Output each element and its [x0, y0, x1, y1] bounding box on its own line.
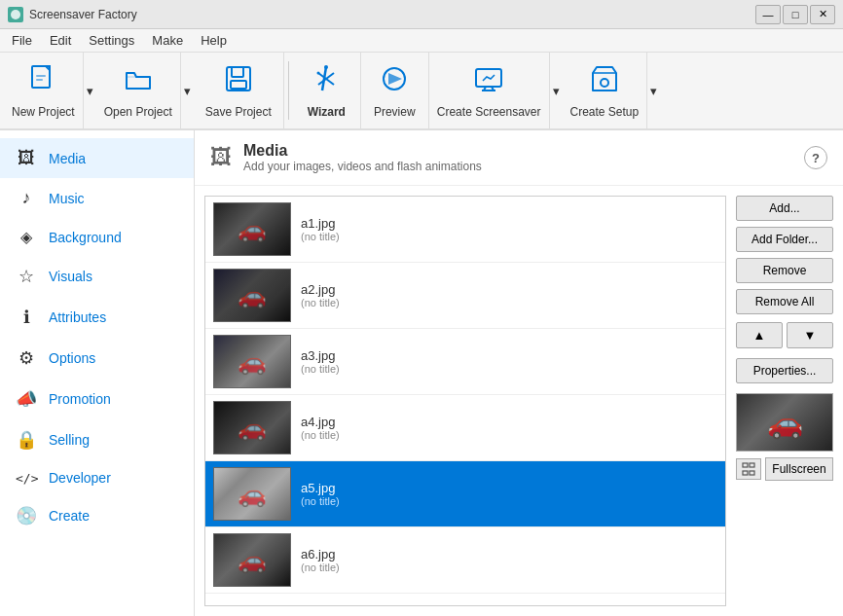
- help-button[interactable]: ?: [804, 146, 827, 169]
- media-thumb-1: [213, 202, 291, 256]
- sidebar-label-selling: Selling: [49, 432, 90, 448]
- create-screensaver-dropdown[interactable]: ▾: [549, 53, 563, 128]
- sidebar-item-background[interactable]: ◈ Background: [0, 218, 194, 256]
- sidebar-item-promotion[interactable]: 📣 Promotion: [0, 379, 194, 419]
- sidebar-label-attributes: Attributes: [49, 309, 106, 325]
- sidebar-label-developer: Developer: [49, 470, 111, 486]
- sidebar-label-background: Background: [49, 230, 122, 245]
- move-up-button[interactable]: ▲: [736, 322, 783, 348]
- media-list-wrapper: a1.jpg (no title) a2.jpg (no title): [204, 196, 726, 606]
- move-down-button[interactable]: ▼: [787, 322, 833, 348]
- content-header-subtitle: Add your images, videos and flash animat…: [243, 160, 482, 173]
- media-item-selected[interactable]: a5.jpg (no title): [205, 461, 725, 527]
- svg-point-0: [11, 10, 20, 19]
- preview-label: Preview: [374, 105, 416, 119]
- media-item-name-6: a6.jpg: [301, 547, 340, 562]
- properties-button[interactable]: Properties...: [736, 358, 833, 383]
- window-title: Screensaver Factory: [29, 8, 137, 21]
- create-setup-btn-group: Create Setup ▾: [563, 53, 661, 128]
- sidebar: 🖼 Media ♪ Music ◈ Background ☆ Visuals ℹ…: [0, 130, 195, 616]
- media-item-info-1: a1.jpg (no title): [301, 216, 340, 242]
- minimize-button[interactable]: —: [755, 5, 781, 24]
- visuals-icon: ☆: [16, 266, 37, 287]
- wizard-icon: [311, 63, 342, 101]
- save-project-label: Save Project: [205, 105, 272, 119]
- media-item-subtitle-6: (no title): [301, 562, 340, 573]
- move-buttons: ▲ ▼: [736, 322, 833, 348]
- open-project-label: Open Project: [104, 105, 172, 119]
- wizard-button[interactable]: Wizard: [293, 53, 361, 128]
- create-screensaver-button[interactable]: Create Screensaver: [429, 53, 549, 128]
- create-setup-dropdown[interactable]: ▾: [646, 53, 660, 128]
- create-icon: 💿: [16, 505, 37, 526]
- create-setup-button[interactable]: Create Setup: [563, 53, 647, 128]
- svg-rect-4: [36, 79, 43, 81]
- sidebar-label-music: Music: [49, 191, 85, 206]
- titlebar: Screensaver Factory — □ ✕: [0, 0, 843, 29]
- media-item-subtitle-1: (no title): [301, 231, 340, 242]
- new-project-dropdown[interactable]: ▾: [83, 53, 96, 128]
- svg-rect-7: [231, 81, 246, 89]
- preview-icon: [379, 63, 410, 101]
- fullscreen-button[interactable]: Fullscreen: [765, 457, 833, 481]
- media-thumb-2: [213, 269, 291, 322]
- new-project-label: New Project: [12, 105, 75, 119]
- add-button[interactable]: Add...: [736, 196, 833, 221]
- open-project-btn-group: Open Project ▾: [96, 53, 194, 128]
- media-item-info-6: a6.jpg (no title): [301, 547, 340, 573]
- open-project-button[interactable]: Open Project: [96, 53, 180, 128]
- sidebar-label-options: Options: [49, 350, 95, 366]
- menu-edit[interactable]: Edit: [42, 31, 79, 50]
- media-item-name-3: a3.jpg: [301, 348, 340, 363]
- sidebar-item-music[interactable]: ♪ Music: [0, 178, 194, 218]
- sidebar-item-options[interactable]: ⚙ Options: [0, 338, 194, 379]
- svg-point-19: [601, 79, 608, 87]
- content-header-title: Media: [243, 142, 482, 160]
- create-screensaver-icon: [473, 63, 504, 101]
- sidebar-item-developer[interactable]: </> Developer: [0, 460, 194, 495]
- remove-all-button[interactable]: Remove All: [736, 289, 833, 314]
- promotion-icon: 📣: [16, 388, 37, 410]
- sidebar-item-attributes[interactable]: ℹ Attributes: [0, 297, 194, 338]
- wizard-label: Wizard: [308, 105, 346, 119]
- preview-button[interactable]: Preview: [361, 53, 429, 128]
- svg-rect-3: [36, 75, 46, 77]
- menu-help[interactable]: Help: [193, 31, 235, 50]
- media-item-name-1: a1.jpg: [301, 216, 340, 231]
- add-folder-button[interactable]: Add Folder...: [736, 227, 833, 252]
- media-thumb-3: [213, 335, 291, 388]
- menu-make[interactable]: Make: [144, 31, 191, 50]
- new-project-button[interactable]: New Project: [4, 53, 83, 128]
- maximize-button[interactable]: □: [783, 5, 808, 24]
- toolbar-separator-1: [288, 61, 289, 120]
- open-project-dropdown[interactable]: ▾: [180, 53, 194, 128]
- media-item-info-4: a4.jpg (no title): [301, 415, 340, 441]
- sidebar-item-media[interactable]: 🖼 Media: [0, 138, 194, 178]
- fullscreen-icon-button[interactable]: [736, 458, 761, 480]
- save-project-button[interactable]: Save Project: [194, 53, 284, 128]
- sidebar-item-visuals[interactable]: ☆ Visuals: [0, 256, 194, 297]
- menu-settings[interactable]: Settings: [81, 31, 142, 50]
- media-list[interactable]: a1.jpg (no title) a2.jpg (no title): [205, 197, 725, 605]
- fullscreen-row: Fullscreen: [736, 457, 833, 481]
- create-screensaver-btn-group: Create Screensaver ▾: [429, 53, 563, 128]
- media-item[interactable]: a1.jpg (no title): [205, 197, 725, 263]
- content-header: 🖼 Media Add your images, videos and flas…: [195, 130, 843, 186]
- media-item-subtitle-3: (no title): [301, 363, 340, 375]
- create-screensaver-label: Create Screensaver: [437, 105, 541, 119]
- sidebar-item-create[interactable]: 💿 Create: [0, 495, 194, 536]
- background-icon: ◈: [16, 228, 37, 246]
- media-item[interactable]: a4.jpg (no title): [205, 395, 725, 461]
- new-project-btn-group: New Project ▾: [4, 53, 96, 128]
- media-item[interactable]: a2.jpg (no title): [205, 263, 725, 329]
- media-item[interactable]: a6.jpg (no title): [205, 527, 725, 594]
- svg-rect-20: [743, 463, 748, 467]
- toolbar: New Project ▾ Open Project ▾ Save Projec…: [0, 53, 843, 130]
- remove-button[interactable]: Remove: [736, 258, 833, 283]
- menu-file[interactable]: File: [4, 31, 40, 50]
- sidebar-item-selling[interactable]: 🔒 Selling: [0, 419, 194, 460]
- window-controls: — □ ✕: [755, 5, 835, 24]
- menubar: File Edit Settings Make Help: [0, 29, 843, 53]
- media-item[interactable]: a3.jpg (no title): [205, 329, 725, 395]
- close-button[interactable]: ✕: [810, 5, 835, 24]
